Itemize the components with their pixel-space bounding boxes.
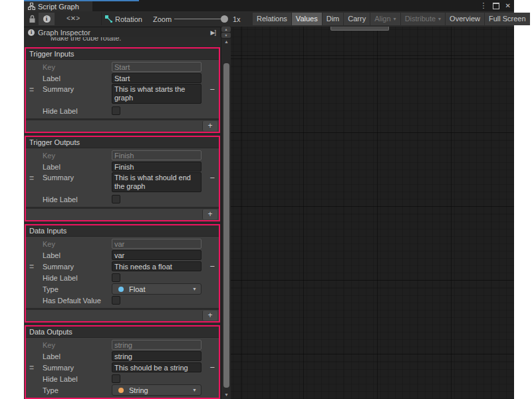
section-content: KeyFinishLabelFinish=SummaryThis is what… — [26, 148, 219, 207]
toolbar-button-carry[interactable]: Carry — [344, 13, 370, 25]
hide-label-checkbox[interactable] — [112, 273, 120, 282]
dropdown-value: String — [129, 386, 148, 394]
add-item-button[interactable]: + — [202, 121, 217, 131]
toolbar-button-group: RelationsValuesDimCarryAlign▾Distribute▾… — [253, 13, 530, 25]
drag-handle[interactable]: = — [29, 85, 34, 94]
field-row-type: TypeString▼ — [26, 384, 219, 396]
field-row-key: Keystring — [26, 339, 219, 350]
toolbar-button-overview[interactable]: Overview — [446, 13, 484, 25]
summary-input[interactable]: This needs a float — [112, 261, 201, 271]
graph-icon — [28, 3, 35, 10]
graph-inspector-title: Graph Inspector — [38, 29, 90, 37]
label-input[interactable]: string — [112, 351, 201, 361]
hide-label-checkbox[interactable] — [112, 106, 120, 115]
script-graph-window: Script Graph ⋮ ✕ i <✕> Rotation Zoom 1x … — [24, 0, 514, 399]
close-icon[interactable]: ✕ — [505, 2, 511, 9]
spinner-down-button[interactable]: ▼ — [221, 33, 231, 38]
type-dropdown[interactable]: Float▼ — [112, 283, 201, 295]
field-row-hide-label: Hide Label — [26, 194, 219, 205]
remove-item-button[interactable]: − — [209, 85, 215, 94]
field-label: Hide Label — [43, 375, 112, 383]
inspector-scrollbar[interactable]: ▲ ▼ — [221, 39, 231, 399]
field-label: Key — [43, 63, 112, 71]
field-label: Hide Label — [43, 196, 112, 203]
key-input: Finish — [112, 150, 201, 160]
drag-handle[interactable]: = — [29, 363, 34, 372]
summary-input[interactable]: This should be a string — [112, 362, 201, 372]
field-label: Key — [43, 240, 112, 248]
add-row: + — [26, 209, 219, 220]
remove-item-button[interactable]: − — [209, 174, 215, 182]
zoom-label: Zoom — [153, 15, 172, 23]
toolbar-button-label: Relations — [257, 13, 287, 25]
field-row-hide-label: Hide Label — [26, 105, 219, 116]
maximize-icon[interactable] — [493, 3, 499, 9]
toolbar-button-align: Align▾ — [370, 13, 400, 25]
add-item-button[interactable]: + — [202, 209, 217, 219]
section-data-inputs: Data InputsKeyvarLabelvar=SummaryThis ne… — [25, 224, 220, 323]
add-row: + — [26, 310, 219, 321]
code-preview-icon[interactable]: <✕> — [66, 15, 80, 22]
caret-down-icon: ▾ — [438, 13, 441, 25]
section-data-outputs: Data OutputsKeystringLabelstring=Summary… — [25, 325, 220, 399]
toolbar-button-full-screen[interactable]: Full Screen — [485, 13, 530, 25]
field-row-type: TypeFloat▼ — [26, 283, 219, 295]
field-row-hide-label: Hide Label — [26, 373, 219, 384]
field-label: Label — [43, 352, 112, 360]
field-row-label: LabelFinish — [26, 161, 219, 172]
toolbar-button-label: Carry — [348, 13, 366, 25]
label-input[interactable]: Start — [112, 73, 201, 83]
section-title: Data Inputs — [26, 225, 219, 237]
field-label: Key — [43, 152, 112, 160]
scrollbar-up-arrow[interactable]: ▲ — [221, 39, 231, 45]
field-row-has-default-value: Has Default Value — [26, 295, 219, 306]
toolbar-button-values[interactable]: Values — [292, 13, 322, 25]
add-item-button[interactable]: + — [202, 311, 217, 321]
summary-input[interactable]: This is what starts the graph — [112, 84, 201, 104]
lock-icon[interactable] — [29, 15, 36, 23]
field-label: Summary — [43, 263, 112, 271]
zoom-slider-track[interactable] — [174, 19, 227, 19]
field-row-hide-label: Hide Label — [26, 272, 219, 283]
summary-input[interactable]: This is what should end the graph — [112, 172, 201, 192]
zoom-value: 1x — [233, 15, 241, 23]
type-dropdown[interactable]: String▼ — [112, 384, 201, 396]
field-row-key: KeyFinish — [26, 150, 219, 161]
toolbar-button-label: Dim — [327, 13, 340, 25]
field-row-label: LabelStart — [26, 72, 219, 84]
caret-down-icon: ▾ — [394, 13, 396, 25]
dropdown-caret-icon: ▼ — [192, 287, 197, 291]
field-row-key: Keyvar — [26, 238, 219, 249]
hide-label-checkbox[interactable] — [112, 195, 120, 203]
toolbar-button-dim[interactable]: Dim — [323, 13, 344, 25]
window-menu-icon[interactable]: ⋮ — [480, 1, 487, 10]
field-row-summary: =SummaryThis needs a float− — [26, 261, 219, 272]
hide-label-checkbox[interactable] — [112, 374, 120, 383]
dropdown-value: Float — [129, 285, 145, 293]
graph-node-fragment[interactable] — [331, 27, 389, 31]
field-label: Summary — [43, 84, 112, 93]
remove-item-button[interactable]: − — [209, 262, 215, 271]
zoom-slider-handle[interactable] — [221, 15, 228, 23]
drag-handle[interactable]: = — [29, 174, 34, 183]
spinner-up-button[interactable]: ▲ — [221, 27, 231, 32]
tab-script-graph[interactable]: Script Graph — [24, 1, 92, 11]
toolbar-button-label: Overview — [450, 13, 480, 25]
inspector-toggle-button[interactable]: i — [39, 13, 55, 25]
label-input[interactable]: var — [112, 250, 201, 260]
drag-handle[interactable]: = — [29, 262, 34, 271]
field-label: Type — [43, 386, 112, 394]
dock-panel-icon[interactable]: ▶] — [211, 29, 215, 36]
scrollbar-down-arrow[interactable]: ▼ — [221, 392, 231, 398]
field-label: Label — [43, 74, 112, 82]
section-trigger-outputs: Trigger OutputsKeyFinishLabelFinish=Summ… — [25, 136, 220, 221]
scrollbar-thumb[interactable] — [223, 63, 229, 388]
toolbar-button-relations[interactable]: Relations — [253, 13, 291, 25]
label-input[interactable]: Finish — [112, 162, 201, 172]
remove-item-button[interactable]: − — [209, 363, 215, 372]
breadcrumb-rotation[interactable]: Rotation — [115, 15, 142, 23]
graph-inspector-panel: Make the cube rotate. Trigger InputsKeyS… — [24, 37, 221, 399]
section-content: KeyStartLabelStart=SummaryThis is what s… — [26, 60, 219, 118]
has-default-value-checkbox[interactable] — [112, 296, 120, 305]
graph-canvas[interactable] — [231, 27, 514, 399]
